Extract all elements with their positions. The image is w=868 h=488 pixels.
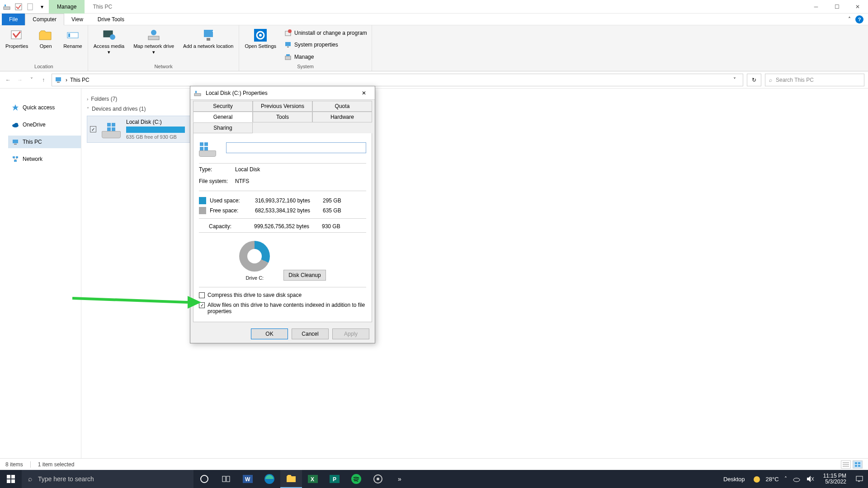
task-view-button[interactable]: [215, 470, 237, 488]
svg-rect-36: [112, 127, 115, 131]
taskbar-search[interactable]: ⌕ Type here to search: [22, 470, 193, 488]
svg-rect-50: [855, 465, 857, 467]
dialog-close-button[interactable]: ✕: [357, 88, 371, 99]
index-checkbox-row[interactable]: ✓ Allow files on this drive to have cont…: [199, 300, 366, 316]
tab-hardware[interactable]: Hardware: [312, 112, 372, 122]
file-explorer-app-icon[interactable]: [280, 470, 302, 488]
checkbox-icon[interactable]: [14, 3, 23, 11]
history-dropdown-icon[interactable]: ˅: [27, 75, 36, 84]
computer-tab[interactable]: Computer: [25, 14, 64, 25]
refresh-button[interactable]: ↻: [747, 74, 761, 86]
maximize-button[interactable]: ☐: [826, 0, 847, 14]
word-app-icon[interactable]: W: [237, 470, 259, 488]
minimize-button[interactable]: ─: [806, 0, 826, 14]
address-dropdown-icon[interactable]: ˅: [729, 77, 740, 83]
drive-checkbox[interactable]: ✓: [90, 126, 96, 132]
qat-dropdown-icon[interactable]: ▾: [38, 3, 46, 11]
open-button[interactable]: Open: [34, 27, 57, 63]
notifications-icon[interactable]: [855, 475, 863, 483]
desktop-label[interactable]: Desktop: [723, 476, 745, 483]
nav-onedrive[interactable]: OneDrive: [8, 118, 81, 131]
help-icon[interactable]: ?: [855, 15, 863, 23]
temperature[interactable]: 28°C: [766, 476, 779, 483]
breadcrumb-item[interactable]: This PC: [70, 77, 90, 83]
document-icon[interactable]: [26, 3, 34, 11]
up-button[interactable]: ↑: [39, 75, 48, 84]
onedrive-tray-icon[interactable]: [793, 475, 801, 483]
used-swatch: [199, 197, 206, 204]
svg-rect-37: [194, 94, 201, 96]
disk-cleanup-button[interactable]: Disk Cleanup: [283, 270, 326, 281]
network-icon: [12, 155, 19, 163]
address-bar[interactable]: › This PC ˅: [52, 74, 743, 86]
properties-button[interactable]: Properties: [3, 27, 31, 63]
overflow-icon[interactable]: »: [389, 470, 410, 488]
svg-rect-48: [855, 462, 857, 464]
tab-tools[interactable]: Tools: [253, 112, 312, 122]
file-tab[interactable]: File: [2, 14, 25, 25]
tray-chevron-icon[interactable]: ˄: [784, 476, 787, 482]
dialog-titlebar[interactable]: Local Disk (C:) Properties ✕: [190, 86, 375, 100]
start-button[interactable]: [0, 470, 22, 488]
drive-tools-tab[interactable]: Drive Tools: [90, 14, 132, 25]
weather-icon[interactable]: [750, 474, 760, 484]
icons-view-button[interactable]: [853, 460, 863, 469]
search-input[interactable]: ⌕ Search This PC: [765, 74, 864, 86]
map-drive-button[interactable]: Map network drive ▾: [131, 27, 177, 63]
breadcrumb-chevron-icon[interactable]: ›: [66, 77, 67, 83]
tab-general[interactable]: General: [193, 112, 253, 122]
tab-sharing[interactable]: Sharing: [193, 122, 253, 133]
edge-app-icon[interactable]: [259, 470, 280, 488]
taskbar: ⌕ Type here to search W X P » Desktop 28…: [0, 470, 868, 488]
apply-button[interactable]: Apply: [332, 328, 369, 339]
details-view-button[interactable]: [841, 460, 851, 469]
rename-button[interactable]: Rename: [61, 27, 85, 63]
volume-mute-icon[interactable]: [806, 475, 814, 483]
excel-app-icon[interactable]: X: [302, 470, 324, 488]
back-button[interactable]: ←: [4, 75, 13, 84]
close-button[interactable]: ✕: [847, 0, 868, 14]
tab-previous-versions[interactable]: Previous Versions: [253, 101, 312, 112]
publisher-app-icon[interactable]: P: [324, 470, 345, 488]
compress-checkbox-row[interactable]: Compress this drive to save disk space: [199, 290, 366, 300]
collapse-ribbon-icon[interactable]: ˄: [848, 16, 851, 23]
open-settings-button[interactable]: Open Settings: [242, 27, 279, 63]
svg-text:P: P: [333, 476, 336, 483]
tab-quota[interactable]: Quota: [312, 101, 372, 112]
svg-rect-12: [207, 38, 210, 41]
settings-app-icon[interactable]: [367, 470, 389, 488]
drive-name-input[interactable]: [226, 142, 366, 153]
access-media-button[interactable]: Access media ▾: [91, 27, 127, 63]
system-properties-button[interactable]: System properties: [283, 40, 369, 49]
checkbox-checked[interactable]: ✓: [199, 302, 205, 308]
svg-rect-51: [858, 465, 860, 467]
tab-security[interactable]: Security: [193, 101, 253, 112]
manage-context-tab[interactable]: Manage: [49, 0, 85, 14]
tray-clock[interactable]: 11:15 PM 5/3/2022: [820, 473, 850, 485]
nav-network[interactable]: Network: [8, 153, 81, 165]
ok-button[interactable]: OK: [251, 328, 288, 339]
nav-this-pc[interactable]: This PC: [8, 136, 81, 148]
cancel-button[interactable]: Cancel: [292, 328, 329, 339]
spotify-app-icon[interactable]: [345, 470, 367, 488]
search-icon: ⌕: [28, 475, 33, 483]
ribbon: Properties Open Rename Location Access m…: [0, 25, 868, 71]
uninstall-button[interactable]: Uninstall or change a program: [283, 28, 369, 38]
svg-point-70: [793, 478, 800, 482]
svg-rect-23: [56, 77, 61, 81]
checkbox-unchecked[interactable]: [199, 292, 205, 298]
cortana-button[interactable]: [193, 470, 215, 488]
drive-tile-c[interactable]: ✓ Local Disk (C:) 635 GB free of 930 GB: [87, 116, 204, 143]
svg-rect-21: [285, 56, 291, 60]
forward-button[interactable]: →: [15, 75, 24, 84]
manage-label: Manage: [57, 4, 76, 10]
svg-text:+: +: [212, 28, 215, 35]
manage-button[interactable]: Manage: [283, 52, 369, 61]
add-network-location-button[interactable]: + Add a network location: [180, 27, 236, 63]
nav-quick-access[interactable]: Quick access: [8, 101, 81, 114]
svg-text:W: W: [245, 476, 250, 483]
group-label: System: [242, 63, 368, 71]
view-tab[interactable]: View: [64, 14, 90, 25]
ribbon-group-system: Open Settings Uninstall or change a prog…: [239, 25, 372, 71]
drive-letter-label: Drive C:: [245, 275, 264, 281]
